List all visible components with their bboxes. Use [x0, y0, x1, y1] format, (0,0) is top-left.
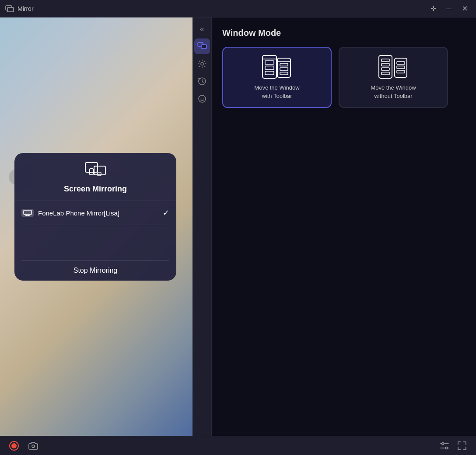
screenshot-button[interactable] [26, 439, 40, 453]
device-name: FoneLab Phone Mirror[Lisa] [38, 209, 119, 217]
mirroring-title: Screen Mirroring [21, 184, 169, 194]
titlebar: Mirror ✛ ─ ✕ [0, 0, 476, 17]
with-toolbar-icon [262, 55, 292, 79]
mode-cards: Move the Windowwith Toolbar Move the Win… [222, 47, 466, 108]
mode-card-without-toolbar[interactable]: Move the Windowwithout Toolbar [339, 47, 448, 108]
mirroring-device-item[interactable]: FoneLab Phone Mirror[Lisa] ✓ [21, 201, 169, 225]
svg-rect-35 [397, 70, 405, 73]
device-item-left: FoneLab Phone Mirror[Lisa] [21, 209, 119, 217]
right-content: Window Mode Move the Windowwith T [212, 17, 476, 436]
camera-icon [28, 441, 38, 451]
svg-rect-19 [265, 61, 274, 64]
sliders-icon [440, 441, 449, 451]
bottom-right-controls [438, 439, 469, 453]
window-mode-title: Window Mode [222, 28, 466, 38]
mirror-sidebar-icon [197, 42, 207, 51]
stop-mirroring-button[interactable]: Stop Mirroring [21, 260, 169, 281]
mirroring-empty-area [21, 225, 169, 260]
svg-point-12 [201, 63, 203, 65]
phone-panel: Screen Mirroring FoneLab Phone Mirror[Li… [0, 17, 192, 436]
main-container: Screen Mirroring FoneLab Phone Mirror[Li… [0, 17, 476, 436]
svg-point-37 [11, 443, 17, 448]
sidebar: « [192, 17, 212, 436]
svg-point-14 [199, 95, 206, 102]
svg-rect-32 [395, 58, 407, 77]
svg-rect-29 [382, 63, 389, 66]
app-icon [5, 4, 14, 13]
collapse-icon: « [200, 24, 204, 34]
sidebar-collapse-button[interactable]: « [194, 21, 210, 37]
svg-rect-26 [280, 72, 288, 75]
fullscreen-button[interactable] [455, 439, 469, 453]
svg-rect-2 [85, 163, 98, 172]
svg-rect-21 [265, 71, 274, 75]
svg-rect-4 [94, 166, 105, 175]
bottom-bar [0, 436, 476, 455]
close-icon: ✕ [462, 4, 468, 13]
svg-rect-33 [397, 62, 405, 64]
sidebar-emoji-button[interactable] [194, 91, 210, 107]
titlebar-left: Mirror [5, 4, 34, 13]
svg-rect-31 [382, 72, 389, 75]
without-toolbar-label: Move the Windowwithout Toolbar [371, 84, 416, 100]
pin-button[interactable]: ✛ [427, 3, 439, 15]
gear-sidebar-icon [198, 59, 206, 68]
mirroring-icon-container [21, 162, 169, 179]
pin-icon: ✛ [430, 4, 436, 13]
with-toolbar-label: Move the Windowwith Toolbar [254, 84, 299, 100]
svg-rect-30 [382, 68, 389, 70]
bottom-left-controls [7, 439, 40, 453]
window-controls: ✛ ─ ✕ [427, 3, 471, 15]
svg-rect-6 [24, 210, 32, 215]
svg-point-40 [442, 442, 444, 445]
svg-rect-11 [201, 45, 206, 49]
appletv-icon [21, 209, 34, 217]
close-button[interactable]: ✕ [458, 3, 471, 15]
svg-point-38 [32, 445, 35, 448]
svg-rect-28 [382, 59, 389, 62]
mode-card-with-toolbar[interactable]: Move the Windowwith Toolbar [222, 47, 332, 108]
record-icon [9, 441, 19, 451]
minimize-button[interactable]: ─ [443, 3, 455, 15]
screen-mirroring-overlay: Screen Mirroring FoneLab Phone Mirror[Li… [14, 153, 176, 281]
history-sidebar-icon [198, 77, 206, 86]
svg-rect-25 [280, 68, 288, 70]
svg-point-16 [203, 98, 203, 99]
svg-rect-20 [265, 66, 274, 69]
sidebar-history-button[interactable] [194, 73, 210, 89]
minimize-icon: ─ [446, 5, 451, 13]
svg-rect-34 [397, 66, 405, 69]
without-toolbar-icon [378, 55, 409, 79]
checkmark-icon: ✓ [163, 208, 169, 218]
record-button[interactable] [7, 439, 21, 453]
svg-point-15 [200, 98, 201, 99]
svg-point-42 [445, 447, 448, 449]
svg-rect-24 [280, 63, 288, 66]
app-title: Mirror [18, 5, 34, 12]
screen-mirroring-icon [84, 162, 106, 179]
sidebar-settings-button[interactable] [194, 56, 210, 72]
svg-rect-1 [7, 7, 14, 12]
adjust-button[interactable] [438, 439, 452, 453]
sidebar-mirror-button[interactable] [194, 38, 210, 54]
fullscreen-icon [457, 441, 467, 451]
emoji-sidebar-icon [198, 94, 206, 103]
